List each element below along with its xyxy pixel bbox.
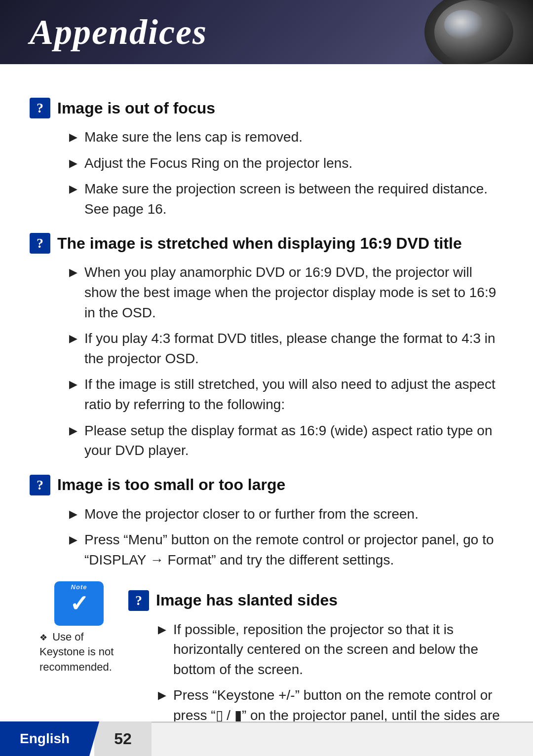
section-focus-list: ▶ Make sure the lens cap is removed. ▶ A… bbox=[30, 127, 503, 219]
bullet-arrow-icon: ▶ bbox=[69, 181, 77, 197]
bullet-arrow-icon: ▶ bbox=[69, 155, 77, 171]
note-text: ❖ Use of Keystone is not recommended. bbox=[39, 630, 118, 675]
section-icon-slanted: ? bbox=[128, 590, 149, 611]
note-badge: Note bbox=[54, 581, 104, 626]
bullet-arrow-icon: ▶ bbox=[158, 687, 166, 703]
section-stretched-heading: ? The image is stretched when displaying… bbox=[30, 233, 503, 254]
section-icon-focus: ? bbox=[30, 98, 50, 118]
list-item: ▶ Please setup the display format as 16:… bbox=[69, 421, 503, 461]
bullet-arrow-icon: ▶ bbox=[69, 377, 77, 392]
section-slanted-heading: ? Image has slanted sides bbox=[128, 590, 503, 611]
list-item: ▶ Make sure the lens cap is removed. bbox=[69, 127, 503, 148]
bullet-arrow-icon: ▶ bbox=[69, 265, 77, 280]
list-item: ▶ If you play 4:3 format DVD titles, ple… bbox=[69, 329, 503, 369]
bullet-arrow-icon: ▶ bbox=[158, 622, 166, 638]
section-size-heading: ? Image is too small or too large bbox=[30, 475, 503, 495]
list-item: ▶ If possible, reposition the projector … bbox=[158, 620, 503, 680]
section-slanted-title: Image has slanted sides bbox=[156, 591, 338, 609]
footer-language: English bbox=[0, 721, 99, 756]
list-item: ▶ When you play anamorphic DVD or 16:9 D… bbox=[69, 263, 503, 323]
list-item: ▶ If the image is still stretched, you w… bbox=[69, 375, 503, 415]
section-size-list: ▶ Move the projector closer to or furthe… bbox=[30, 504, 503, 570]
list-item: ▶ Make sure the projection screen is bet… bbox=[69, 179, 503, 219]
main-content: ? Image is out of focus ▶ Make sure the … bbox=[0, 64, 533, 756]
footer-right-area bbox=[152, 721, 533, 756]
bullet-arrow-icon: ▶ bbox=[69, 423, 77, 439]
note-label: Note bbox=[71, 583, 87, 591]
lens-decoration bbox=[424, 0, 533, 64]
page-footer: English 52 bbox=[0, 721, 533, 756]
section-focus-heading: ? Image is out of focus bbox=[30, 98, 503, 118]
section-icon-size: ? bbox=[30, 475, 50, 495]
section-icon-stretched: ? bbox=[30, 233, 50, 254]
list-item: ▶ Adjust the Focus Ring on the projector… bbox=[69, 153, 503, 174]
bullet-arrow-icon: ▶ bbox=[69, 532, 77, 548]
note-bullet-icon: ❖ bbox=[39, 633, 47, 643]
bullet-arrow-icon: ▶ bbox=[69, 331, 77, 346]
page-header: Appendices bbox=[0, 0, 533, 64]
list-item: ▶ Move the projector closer to or furthe… bbox=[69, 504, 503, 525]
section-stretched-title: The image is stretched when displaying 1… bbox=[57, 234, 462, 253]
section-stretched-list: ▶ When you play anamorphic DVD or 16:9 D… bbox=[30, 263, 503, 460]
bullet-arrow-icon: ▶ bbox=[69, 129, 77, 145]
footer-page-number: 52 bbox=[94, 721, 152, 756]
list-item: ▶ Press “Menu” button on the remote cont… bbox=[69, 530, 503, 570]
page-title: Appendices bbox=[30, 12, 207, 53]
section-size-title: Image is too small or too large bbox=[57, 476, 285, 494]
bullet-arrow-icon: ▶ bbox=[69, 506, 77, 522]
section-focus-title: Image is out of focus bbox=[57, 99, 215, 117]
